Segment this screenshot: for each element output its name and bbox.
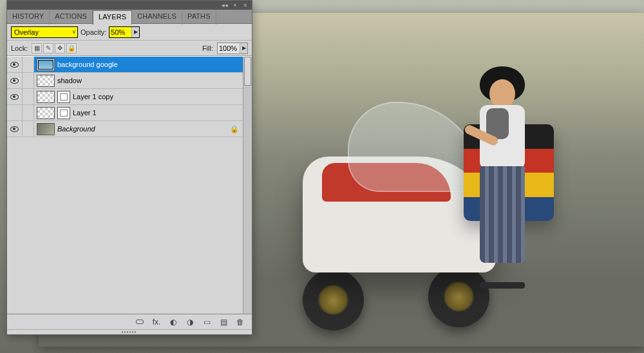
chevron-down-icon: ∨ xyxy=(72,29,76,35)
fill-label: Fill: xyxy=(202,44,213,52)
layer-name[interactable]: Layer 1 copy xyxy=(73,93,240,100)
fill-field[interactable] xyxy=(218,44,240,52)
visibility-toggle[interactable] xyxy=(7,121,23,137)
adjustment-layer-icon[interactable]: ◑ xyxy=(184,316,196,328)
layer-content[interactable]: Layer 1 xyxy=(34,105,243,120)
layers-list: background googleshadowLayer 1 copyLayer… xyxy=(7,56,252,314)
layer-row[interactable]: Background🔒 xyxy=(7,121,252,137)
layer-content[interactable]: Layer 1 copy xyxy=(34,89,243,104)
layer-name[interactable]: Layer 1 xyxy=(73,109,240,117)
group-icon[interactable]: ▭ xyxy=(200,316,213,328)
layer-row[interactable]: shadow xyxy=(7,73,252,89)
tab-layers[interactable]: LAYERS xyxy=(93,10,132,24)
visibility-toggle[interactable] xyxy=(7,57,23,72)
layers-scrollbar[interactable] xyxy=(243,57,252,314)
blend-mode-select[interactable]: Overlay ∨ xyxy=(11,26,78,38)
layer-name[interactable]: shadow xyxy=(57,77,240,84)
layer-thumbnail xyxy=(37,59,55,71)
lock-label: Lock: xyxy=(11,44,28,52)
lock-icons: ▦ ✎ ✥ 🔒 xyxy=(32,43,77,53)
panel-menubar: ◂◂ × ≡ xyxy=(7,1,252,10)
lock-position-icon[interactable]: ✥ xyxy=(55,43,65,53)
lock-pixels-icon[interactable]: ✎ xyxy=(43,43,53,53)
panel-close-icon[interactable]: × xyxy=(231,2,239,8)
layer-row[interactable]: Layer 1 xyxy=(7,105,252,121)
panel-tabs: HISTORY ACTIONS LAYERS CHANNELS PATHS xyxy=(7,10,252,24)
panel-bottombar: fx. ◐ ◑ ▭ ▤ 🗑 xyxy=(7,314,252,329)
tab-paths[interactable]: PATHS xyxy=(182,10,216,24)
visibility-toggle[interactable] xyxy=(7,73,23,88)
blend-opacity-row: Overlay ∨ Opacity: ▶ xyxy=(7,24,252,41)
visibility-toggle[interactable] xyxy=(7,105,23,120)
layer-thumbnail xyxy=(37,75,55,87)
layer-row[interactable]: background google xyxy=(7,57,252,73)
new-layer-icon[interactable]: ▤ xyxy=(217,316,230,328)
layer-name[interactable]: Background xyxy=(57,125,227,133)
lock-icon: 🔒 xyxy=(230,125,240,133)
layer-mask-thumbnail xyxy=(57,107,70,119)
fill-scrub-icon[interactable]: ▶ xyxy=(240,43,247,53)
layer-thumbnail xyxy=(37,123,55,135)
trash-icon[interactable]: 🗑 xyxy=(234,316,247,328)
layer-mask-thumbnail xyxy=(57,91,70,103)
layer-content[interactable]: background google xyxy=(34,57,243,72)
layer-content[interactable]: Background🔒 xyxy=(34,121,243,137)
blend-mode-value: Overlay xyxy=(14,28,39,36)
layer-thumbnail xyxy=(37,91,55,103)
tab-channels[interactable]: CHANNELS xyxy=(132,10,182,24)
opacity-field[interactable] xyxy=(109,28,131,36)
lock-all-icon[interactable]: 🔒 xyxy=(66,43,77,53)
link-column[interactable] xyxy=(23,105,34,120)
link-column[interactable] xyxy=(23,121,34,137)
composited-image xyxy=(277,19,631,337)
link-column[interactable] xyxy=(23,73,34,88)
link-layers-icon[interactable] xyxy=(133,316,146,328)
panel-menu-icon[interactable]: ≡ xyxy=(242,2,249,8)
add-mask-icon[interactable]: ◐ xyxy=(167,316,180,328)
fill-input[interactable]: ▶ xyxy=(217,43,248,54)
lock-transparent-icon[interactable]: ▦ xyxy=(32,43,42,53)
opacity-input[interactable]: ▶ xyxy=(109,26,140,38)
layer-content[interactable]: shadow xyxy=(34,73,243,88)
eye-icon xyxy=(10,94,19,100)
lock-fill-row: Lock: ▦ ✎ ✥ 🔒 Fill: ▶ xyxy=(7,41,252,56)
opacity-scrub-icon[interactable]: ▶ xyxy=(131,27,139,37)
fx-icon[interactable]: fx. xyxy=(150,316,163,328)
layers-panel: ◂◂ × ≡ HISTORY ACTIONS LAYERS CHANNELS P… xyxy=(6,0,252,335)
panel-resizer[interactable] xyxy=(7,329,252,334)
eye-icon xyxy=(10,78,19,84)
panel-collapse-icon[interactable]: ◂◂ xyxy=(221,2,229,8)
eye-icon xyxy=(10,62,19,68)
visibility-toggle[interactable] xyxy=(7,89,23,104)
layer-thumbnail xyxy=(37,107,55,119)
link-column[interactable] xyxy=(23,57,34,72)
opacity-label: Opacity: xyxy=(80,28,106,36)
link-column[interactable] xyxy=(23,89,34,104)
tab-actions[interactable]: ACTIONS xyxy=(50,10,93,24)
tab-history[interactable]: HISTORY xyxy=(7,10,50,24)
layer-row[interactable]: Layer 1 copy xyxy=(7,89,252,105)
layer-name[interactable]: background google xyxy=(57,61,240,68)
eye-icon xyxy=(10,126,19,132)
